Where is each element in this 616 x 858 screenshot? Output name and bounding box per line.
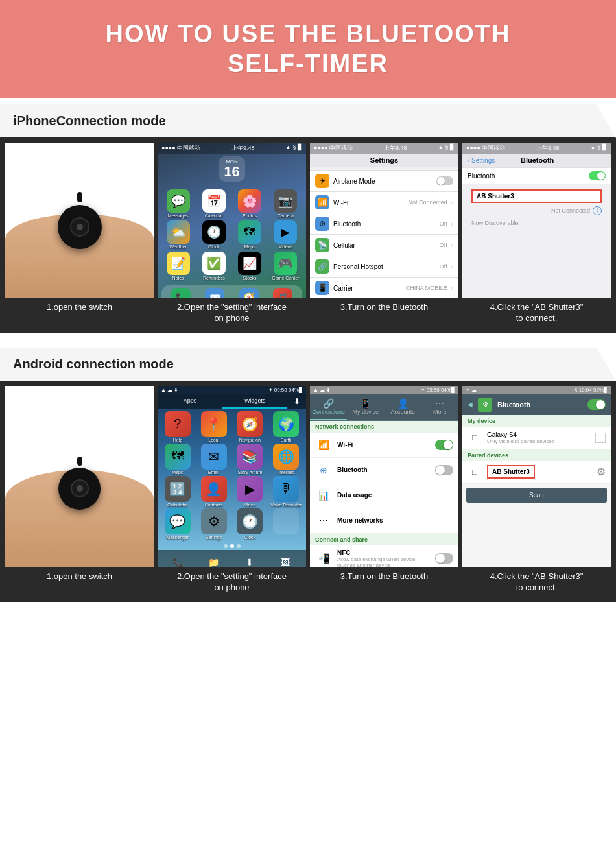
ios-bt-title: Bluetooth [495, 156, 580, 164]
android-icon-voicerecorder: 🎙Voice Recorder [268, 476, 303, 507]
android-bt-main-toggle[interactable] [587, 399, 606, 410]
android-tab-accounts-label: Accounts [386, 409, 420, 415]
android-galaxy-info: Galaxy S4 Only visible to paired devices [487, 431, 590, 444]
ios-airplane-row[interactable]: ✈ Airplane Mode [310, 170, 458, 192]
android-galaxy-row[interactable]: □ Galaxy S4 Only visible to paired devic… [462, 427, 611, 449]
android-tab-connections[interactable]: 🔗 Connections [310, 394, 347, 420]
android-icon-local: 📍Local [196, 411, 231, 442]
iphone-icon-photos: 🌸Photos [233, 189, 267, 218]
ios-bluetooth-icon: ⊕ [315, 217, 329, 231]
android-icon-blank [268, 508, 303, 540]
iphone-icon-videos: ▶Videos [269, 220, 302, 249]
ios-cellular-chevron: › [451, 242, 453, 249]
ios-bt-info-icon[interactable]: i [593, 206, 602, 215]
ios-wifi-row[interactable]: 📶 Wi-Fi Not Connected › [310, 192, 458, 213]
iphone-icon-maps: 🗺Maps [233, 220, 267, 249]
android-home-screen: ▲ ☁ ⬇ ✦ 09:50 94%▊ Apps Widgets ⬇ ?Help … [158, 386, 306, 567]
android-scan-btn[interactable]: Scan [466, 488, 607, 503]
ios-ab-shutter-name: AB Shutter3 [477, 193, 514, 200]
android-my-device-section: My device [462, 415, 611, 427]
android-nfc-toggle[interactable] [435, 553, 453, 564]
android-bottom-phone[interactable]: 📞 [165, 553, 191, 567]
android-bt-row[interactable]: ⊕ Bluetooth [310, 458, 458, 483]
header-section: HOW TO USE THE BLUETOOTH SELF-TIMER [0, 0, 616, 98]
android-galaxy-sub: Only visible to paired devices [487, 438, 590, 444]
ios-airplane-toggle[interactable] [436, 176, 453, 185]
iphone-step2-screenshot: ●●●● 中国移动 上午9:48 ▲ § ▊ MON 16 💬Messages … [158, 143, 306, 298]
ios-cellular-row[interactable]: 📡 Cellular Off › [310, 235, 458, 256]
ios-bt-toggle-label: Bluetooth [468, 173, 585, 180]
android-data-icon: 📊 [315, 487, 332, 504]
android-status-left: ▲ ☁ ⬇ [161, 387, 178, 393]
android-bottom-bar: 📞 📁 ⬇ 🖼 [158, 550, 306, 567]
ios-bt-discoverable-text: Now Discoverable [471, 220, 519, 226]
ios-wifi-value: Not Connected [409, 199, 447, 206]
android-icon-earth: 🌍Earth [268, 411, 303, 442]
iphone-icons-grid: 💬Messages 📅Calendar 🌸Photos 📷Camera ⛅Wea… [158, 184, 306, 285]
ios-settings-navbar: Settings [310, 154, 458, 167]
android-tab-apps[interactable]: Apps [158, 394, 222, 409]
ios-wifi-label: Wi-Fi [333, 199, 405, 206]
ios-bluetooth-row[interactable]: ⊕ Bluetooth On › [310, 213, 458, 235]
android-bottom-downloads[interactable]: ⬇ [237, 553, 263, 567]
android-bt-back-btn[interactable]: ◀ [468, 401, 473, 408]
dock-safari: 🧭 [239, 288, 259, 298]
android-tab-widgets[interactable]: Widgets [222, 394, 287, 409]
ios-bt-statusbar: ●●●● 中国移动 上午9:48 ▲ § ▊ [462, 143, 611, 154]
android-status-right: ✦ 09:50 94%▊ [268, 387, 303, 393]
iphone-icon-weather: ⛅Weather [161, 220, 195, 249]
iphone-step-3: ●●●● 中国移动 上午9:48 ▲ § ▊ Settings ✈ Airpla… [310, 143, 458, 328]
iphone-section-label: iPhoneConnection mode [0, 104, 616, 137]
ios-bt-toggle[interactable] [589, 171, 606, 180]
android-tab-accounts[interactable]: 👤 Accounts [385, 394, 421, 420]
ios-carrier: ●●●● 中国移动 [314, 144, 353, 152]
header-title: HOW TO USE THE BLUETOOTH SELF-TIMER [13, 19, 603, 78]
ios-carrier-label: Carrier [333, 285, 402, 292]
android-settings-list: Network connections 📶 Wi-Fi ⊕ Bluetooth [310, 421, 458, 567]
iphone-icon-notes: 📝Notes [161, 252, 195, 280]
ios-settings-screen: ●●●● 中国移动 上午9:48 ▲ § ▊ Settings ✈ Airpla… [310, 143, 458, 298]
iphone-home-screen: ●●●● 中国移动 上午9:48 ▲ § ▊ MON 16 💬Messages … [158, 143, 306, 298]
ios-bluetooth-label: Bluetooth [333, 220, 436, 228]
iphone-step3-screenshot: ●●●● 中国移动 上午9:48 ▲ § ▊ Settings ✈ Airpla… [310, 143, 458, 298]
android-step-1: 1.open the switch [5, 386, 154, 597]
ios-hotspot-row[interactable]: 🔗 Personal Hotspot Off › [310, 256, 458, 278]
ios-time: 上午9:48 [384, 144, 407, 152]
android-abshutter-row[interactable]: □ AB Shutter3 ⚙ [462, 461, 611, 484]
android-wifi-toggle[interactable] [435, 440, 453, 450]
ios-bt-toggle-row[interactable]: Bluetooth [462, 167, 611, 184]
android-tab-mydevice[interactable]: 📱 My device [347, 394, 384, 420]
android-tab-more[interactable]: ⋯ More [421, 394, 458, 420]
ios-bt-list: Bluetooth AB Shutter3 Not Connected i No… [462, 167, 611, 298]
android-abshutter-gear[interactable]: ⚙ [597, 466, 606, 478]
ios-cellular-label: Cellular [333, 242, 436, 249]
ios-bt-device-section: AB Shutter3 Not Connected i Now Discover… [462, 184, 611, 233]
android-statusbar: ▲ ☁ ⬇ ✦ 09:50 94%▊ [158, 386, 306, 394]
android-nfc-row[interactable]: 📲 NFC Allow data exchange when device to… [310, 545, 458, 567]
android-galaxy-checkbox[interactable] [595, 433, 606, 443]
android-download-icon[interactable]: ⬇ [287, 394, 306, 409]
android-abshutter-icon: □ [468, 465, 482, 479]
android-ab-shutter-name: AB Shutter3 [492, 468, 530, 475]
iphone-step1-caption: 1.open the switch [44, 298, 115, 317]
ios-settings-title: Settings [315, 156, 453, 164]
ios-carrier-row[interactable]: 📱 Carrier CHINA MOBILE › [310, 278, 458, 298]
iphone-statusbar: ●●●● 中国移动 上午9:48 ▲ § ▊ [158, 143, 306, 154]
android-bottom-files[interactable]: 📁 [201, 553, 227, 567]
android-icon-navigation: 🧭Navigation [233, 411, 268, 442]
android-more-networks-row[interactable]: ⋯ More networks [310, 508, 458, 534]
android-bottom-gallery[interactable]: 🖼 [272, 553, 298, 567]
signal-text: ▲ § ▊ [285, 144, 302, 152]
android-steps-row: 1.open the switch ▲ ☁ ⬇ ✦ 09:50 94%▊ App… [0, 381, 616, 602]
android-bt-status-right: § 10:04 92%▊ [575, 387, 608, 393]
android-wifi-row[interactable]: 📶 Wi-Fi [310, 433, 458, 458]
android-bt-gear-icon: ⚙ [478, 398, 492, 412]
ios-carrier-value: CHINA MOBILE [406, 285, 447, 291]
android-wifi-name: Wi-Fi [337, 441, 430, 448]
android-icon-settings: ⚙Settings [196, 508, 231, 540]
android-bt-toggle[interactable] [435, 465, 453, 475]
android-data-row[interactable]: 📊 Data usage [310, 483, 458, 508]
android-step-2: ▲ ☁ ⬇ ✦ 09:50 94%▊ Apps Widgets ⬇ ?Help … [158, 386, 306, 597]
ios-bt-back[interactable]: ‹ Settings [468, 157, 495, 164]
android-step4-caption: 4.Click the "AB Shutter3"to connect. [488, 567, 586, 597]
